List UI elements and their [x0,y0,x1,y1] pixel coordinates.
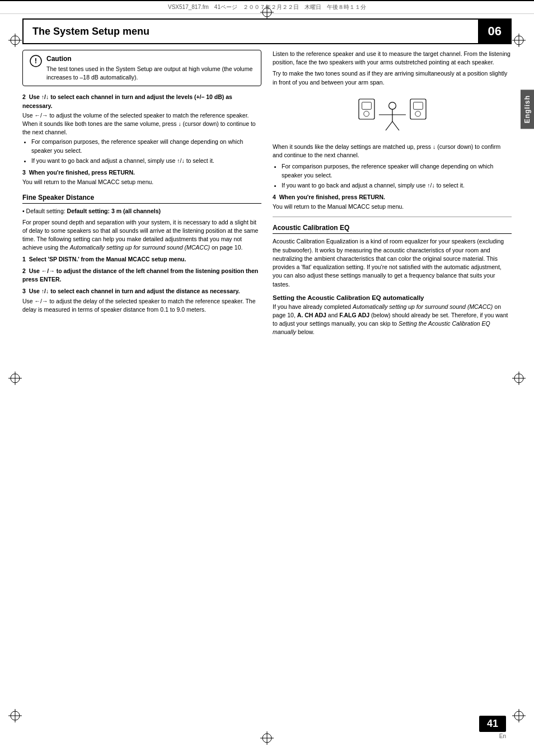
svg-rect-24 [413,102,423,109]
right-column: Listen to the reference speaker and use … [273,50,512,340]
english-tab: English [521,90,534,129]
reg-mark-mid-right [512,372,526,385]
right-intro-2: Try to make the two tones sound as if th… [273,69,512,86]
step3-body: You will return to the Manual MCACC setu… [22,178,261,186]
caution-content: Caution The test tones used in the Syste… [46,55,254,81]
svg-line-29 [386,121,392,130]
svg-text:!: ! [35,57,37,65]
svg-point-22 [363,111,369,116]
caution-icon: ! [30,55,42,67]
fine-step3-body: Use ←/→ to adjust the delay of the selec… [22,297,261,314]
reg-mark-top-center [260,6,274,19]
right-bullets: For comparison purposes, the reference s… [282,162,512,190]
page-lang: En [499,733,506,739]
step3-title: 3 When you're finished, press RETURN. [22,168,261,177]
caution-text: The test tones used in the System Setup … [46,65,254,81]
svg-rect-21 [362,102,371,109]
fine-step-2: 2 Use ←/→ to adjust the distance of the … [22,267,261,284]
reg-mark-bottom-left [8,709,22,722]
acoustic-subtitle: Acoustic Calibration EQ [273,224,512,234]
step-3: 3 When you're finished, press RETURN. Yo… [22,168,261,186]
page-footer: 41 En [479,716,506,739]
step4-body: You will return to the Manual MCACC setu… [273,203,512,211]
svg-point-26 [388,102,396,109]
caution-title: Caution [46,55,254,63]
step4-title: 4 When you're finished, press RETURN. [273,193,512,201]
fine-step2-title: 2 Use ←/→ to adjust the distance of the … [22,267,261,284]
page-header: The System Setup menu 06 [22,18,512,44]
reg-mark-bottom-center [260,731,274,745]
right-bullet-1: For comparison purposes, the reference s… [282,162,512,179]
acoustic-body: Acoustic Calibration Equalization is a k… [273,237,512,288]
fine-speaker-body: For proper sound depth and separation wi… [22,218,261,252]
page-number: 41 [479,716,506,732]
fine-speaker-default: • Default setting: Default setting: 3 m … [22,207,261,215]
step2-body: Use ←/→ to adjust the volume of the sele… [22,111,261,137]
step-4: 4 When you're finished, press RETURN. Yo… [273,193,512,211]
fine-step-3: 3 Use ↑/↓ to select each channel in turn… [22,287,261,314]
step2-bullet-2: If you want to go back and adjust a chan… [31,157,261,165]
step2-bullet-1: For comparison purposes, the reference s… [31,138,261,154]
divider [273,217,512,217]
reg-mark-bottom-right [512,709,526,722]
speaker-diagram [273,92,512,137]
main-content: ! Caution The test tones used in the Sys… [22,50,512,340]
header-number: 06 [478,20,512,43]
reg-mark-top-right [512,34,526,47]
fine-step1-title: 1 Select 'SP DISTN.' from the Manual MCA… [22,255,261,264]
setting-body: If you have already completed Automatica… [273,303,512,337]
left-column: ! Caution The test tones used in the Sys… [22,50,261,340]
svg-line-30 [392,121,399,130]
fine-step3-title: 3 Use ↑/↓ to select each channel in turn… [22,287,261,295]
right-bullet-2: If you want to go back and adjust a chan… [282,181,512,190]
after-diagram: When it sounds like the delay settings a… [273,143,512,159]
caution-box: ! Caution The test tones used in the Sys… [22,50,261,86]
right-intro-1: Listen to the reference speaker and use … [273,50,512,67]
step2-bullets: For comparison purposes, the reference s… [31,138,261,165]
fine-speaker-subtitle: Fine Speaker Distance [22,194,261,204]
setting-subheading: Setting the Acoustic Calibration EQ auto… [273,294,512,301]
reg-mark-top-left [8,34,22,47]
step-2: 2 Use ↑/↓ to select each channel in turn… [22,93,261,165]
header-title: The System Setup menu [24,20,478,43]
fine-step-1: 1 Select 'SP DISTN.' from the Manual MCA… [22,255,261,264]
svg-point-25 [415,111,420,116]
step2-title: 2 Use ↑/↓ to select each channel in turn… [22,93,261,110]
reg-mark-mid-left [8,372,22,385]
